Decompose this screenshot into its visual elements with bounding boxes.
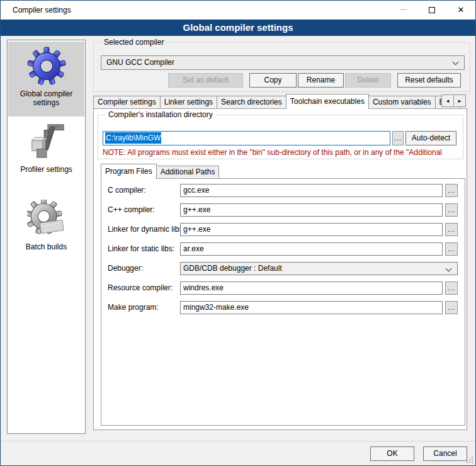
tab-scroll-buttons: ◂ ▸ (442, 94, 466, 107)
selected-compiler-group: Selected compiler GNU GCC Compiler Set a… (93, 42, 470, 92)
sidebar-item-batch-builds[interactable]: Batch builds (8, 193, 84, 264)
installation-directory-group: Compiler's installation directory C:\ray… (98, 115, 463, 159)
c-compiler-label: C compiler: (108, 186, 146, 195)
installation-directory-value: C:\raylib\MinGW (105, 132, 161, 144)
page-title: Global compiler settings (1, 20, 475, 36)
close-button[interactable]: ✕ (446, 1, 475, 19)
sidebar-item-global-compiler-settings[interactable]: Global compiler settings (8, 42, 84, 116)
dynamic-linker-value: g++.exe (183, 225, 210, 234)
bin-subdirectory-note: NOTE: All programs must exist either in … (103, 148, 462, 157)
tab-scroll-left-icon[interactable]: ◂ (441, 94, 454, 107)
toolchain-executables-panel: Compiler's installation directory C:\ray… (93, 108, 467, 430)
auto-detect-button[interactable]: Auto-detect (405, 131, 456, 145)
debugger-label: Debugger: (108, 264, 143, 273)
maximize-button[interactable] (417, 1, 446, 19)
resource-compiler-input[interactable]: windres.exe (180, 281, 443, 295)
caliper-icon (27, 122, 66, 163)
compiler-select[interactable]: GNU GCC Compiler (101, 55, 465, 70)
sidebar-item-label: Global compiler settings (8, 89, 84, 107)
sidebar-item-label: Batch builds (26, 242, 67, 251)
settings-category-list: Global compiler settings Profiler settin… (7, 40, 86, 434)
window-title: Compiler settings (13, 6, 71, 14)
tab-program-files[interactable]: Program Files (101, 164, 157, 179)
resize-grip[interactable] (467, 457, 473, 463)
tab-toolchain-executables[interactable]: Toolchain executables (286, 94, 369, 109)
ok-button[interactable]: OK (370, 446, 414, 461)
tab-custom-variables[interactable]: Custom variables (368, 96, 436, 108)
dynamic-linker-browse-button[interactable]: ... (445, 223, 458, 236)
c-compiler-value: gcc.exe (183, 186, 209, 195)
group-label: Compiler's installation directory (106, 110, 215, 119)
chevron-down-icon (446, 266, 452, 272)
compiler-settings-dialog: Compiler settings ✕ Global compiler sett… (0, 0, 476, 466)
program-tabs: Program Files Additional Paths (101, 164, 219, 178)
tab-compiler-settings[interactable]: Compiler settings (93, 96, 161, 108)
settings-tabs: Compiler settings Linker settings Search… (93, 94, 460, 108)
resource-compiler-value: windres.exe (183, 283, 224, 292)
copy-button[interactable]: Copy (249, 73, 297, 88)
sidebar-item-profiler-settings[interactable]: Profiler settings (8, 120, 84, 187)
c-compiler-browse-button[interactable]: ... (445, 184, 458, 197)
rename-button[interactable]: Rename (298, 73, 344, 88)
delete-button: Delete (345, 73, 391, 88)
chevron-down-icon (453, 59, 459, 65)
static-linker-input[interactable]: ar.exe (180, 242, 443, 256)
resource-compiler-browse-button[interactable]: ... (445, 281, 458, 295)
static-linker-value: ar.exe (183, 244, 204, 253)
installation-directory-input[interactable]: C:\raylib\MinGW (103, 131, 390, 145)
minimize-button (388, 1, 417, 19)
minimize-icon (400, 9, 407, 10)
gear-stack-icon (27, 200, 66, 241)
program-files-panel: C compiler: gcc.exe ... C++ compiler: g+… (101, 178, 465, 426)
make-program-label: Make program: (108, 303, 159, 312)
tab-linker-settings[interactable]: Linker settings (160, 96, 217, 108)
cpp-compiler-input[interactable]: g++.exe (180, 203, 443, 217)
cpp-compiler-label: C++ compiler: (108, 205, 155, 214)
cpp-compiler-browse-button[interactable]: ... (445, 203, 458, 217)
set-as-default-button: Set as default (168, 73, 243, 88)
make-program-browse-button[interactable]: ... (445, 301, 458, 314)
tab-scroll-right-icon[interactable]: ▸ (453, 94, 466, 107)
tab-additional-paths[interactable]: Additional Paths (156, 166, 220, 178)
group-label: Selected compiler (101, 38, 166, 47)
reset-defaults-button[interactable]: Reset defaults (397, 73, 461, 88)
sidebar-item-label: Profiler settings (20, 165, 72, 174)
browse-directory-button[interactable]: ... (392, 131, 404, 145)
titlebar[interactable]: Compiler settings ✕ (1, 1, 475, 20)
blue-gear-icon (27, 47, 66, 88)
footer-divider (1, 441, 475, 441)
debugger-value: GDB/CDB debugger : Default (183, 264, 282, 273)
dynamic-linker-input[interactable]: g++.exe (180, 223, 443, 236)
dynamic-linker-label: Linker for dynamic libs: (108, 225, 185, 234)
cpp-compiler-value: g++.exe (183, 205, 210, 214)
compiler-select-value: GNU GCC Compiler (106, 58, 174, 67)
resource-compiler-label: Resource compiler: (108, 283, 173, 292)
c-compiler-input[interactable]: gcc.exe (180, 184, 443, 197)
maximize-icon (429, 7, 435, 13)
debugger-select[interactable]: GDB/CDB debugger : Default (180, 262, 458, 275)
close-icon: ✕ (458, 6, 465, 14)
tab-search-directories[interactable]: Search directories (217, 96, 286, 108)
make-program-value: mingw32-make.exe (183, 303, 249, 312)
static-linker-label: Linker for static libs: (108, 244, 174, 253)
static-linker-browse-button[interactable]: ... (445, 242, 458, 256)
make-program-input[interactable]: mingw32-make.exe (180, 301, 443, 314)
cancel-button[interactable]: Cancel (423, 446, 467, 461)
